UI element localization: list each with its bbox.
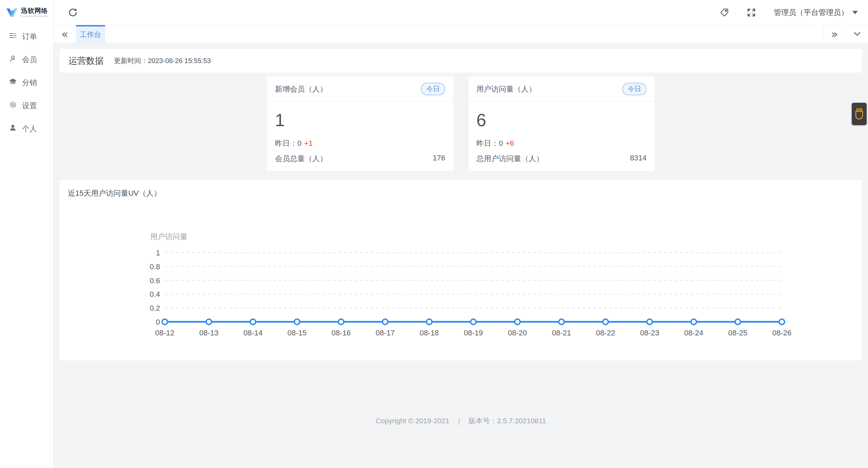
total-label: 会员总量（人） — [275, 154, 327, 164]
svg-text:08-16: 08-16 — [332, 329, 351, 337]
distribution-icon — [9, 78, 17, 88]
svg-text:0: 0 — [156, 318, 160, 326]
card-user-visits: 用户访问量（人） 今日 6 昨日：0+6 总用户访问量（人） 8314 — [468, 76, 655, 172]
svg-text:08-14: 08-14 — [243, 329, 262, 337]
top-header: 管理员（平台管理员） — [54, 0, 868, 25]
footer-copyright: Copyright © 2019-2021 — [376, 417, 449, 425]
profile-icon — [9, 124, 17, 134]
card-value: 1 — [275, 110, 445, 130]
svg-text:08-15: 08-15 — [288, 329, 307, 337]
sidebar-item-label: 订单 — [22, 32, 37, 42]
card-yesterday: 昨日：0+1 — [275, 138, 445, 149]
overview-title: 运营数据 — [68, 55, 104, 67]
uv-line-chart: 用户访问量00.20.40.60.8108-1208-1308-1408-150… — [68, 211, 861, 360]
logo-title: 迅软网络 — [21, 7, 48, 14]
yesterday-delta: +6 — [506, 139, 514, 148]
refresh-icon[interactable] — [68, 7, 78, 18]
tab-label: 工作台 — [80, 30, 101, 39]
sidebar-item-members[interactable]: 会员 — [0, 48, 53, 71]
footer-divider: ｜ — [455, 417, 462, 425]
card-total-row: 总用户访问量（人） 8314 — [476, 154, 647, 164]
sidebar-item-profile[interactable]: 个人 — [0, 117, 53, 140]
sidebar-item-label: 个人 — [22, 124, 37, 134]
order-icon — [9, 32, 17, 42]
chart-title: 近15天用户访问量UV（人） — [68, 188, 862, 198]
total-value: 176 — [433, 154, 445, 164]
total-label: 总用户访问量（人） — [476, 154, 544, 164]
member-icon — [9, 55, 17, 65]
tab-bar: « 工作台 » — [54, 25, 868, 43]
svg-text:08-19: 08-19 — [464, 329, 483, 337]
sidebar-item-label: 分销 — [22, 78, 37, 88]
card-yesterday: 昨日：0+6 — [476, 138, 647, 149]
yesterday-label: 昨日： — [476, 139, 499, 148]
logo-x-icon — [5, 6, 19, 19]
yesterday-label: 昨日： — [275, 139, 297, 148]
svg-text:0.6: 0.6 — [150, 276, 160, 285]
svg-text:08-22: 08-22 — [596, 329, 615, 337]
sidebar-nav: 订单 会员 分销 — [0, 25, 53, 140]
stat-cards-row: 新增会员（人） 今日 1 昨日：0+1 会员总量（人） 176 用户访问量（人）… — [54, 76, 868, 172]
tabbar-spacer — [105, 25, 823, 43]
svg-text:08-13: 08-13 — [199, 329, 218, 337]
footer: Copyright © 2019-2021 ｜ 版本号：2.5.7.202108… — [54, 416, 868, 426]
svg-text:08-21: 08-21 — [552, 329, 571, 337]
svg-text:1: 1 — [156, 249, 160, 257]
tabs-menu-button[interactable] — [846, 25, 868, 43]
fullscreen-icon[interactable] — [747, 8, 756, 17]
chevron-down-icon — [853, 30, 862, 38]
logo-subtitle: XunruanNetwork — [21, 15, 48, 18]
svg-text:0.8: 0.8 — [150, 262, 160, 271]
floating-tool-button[interactable] — [852, 103, 867, 125]
svg-text:08-12: 08-12 — [155, 329, 174, 337]
svg-text:08-24: 08-24 — [684, 329, 703, 337]
yesterday-value: 0 — [499, 139, 503, 148]
sidebar-item-settings[interactable]: 设置 — [0, 94, 53, 117]
card-new-members: 新增会员（人） 今日 1 昨日：0+1 会员总量（人） 176 — [267, 76, 454, 172]
sidebar: 迅软网络 XunruanNetwork 订单 会员 — [0, 0, 54, 468]
total-value: 8314 — [630, 154, 647, 164]
today-badge[interactable]: 今日 — [421, 83, 445, 95]
double-chevron-right-icon: » — [831, 28, 838, 40]
svg-text:08-26: 08-26 — [772, 329, 791, 337]
card-total-row: 会员总量（人） 176 — [275, 154, 445, 164]
user-name: 管理员（平台管理员） — [774, 7, 848, 18]
yesterday-value: 0 — [297, 139, 301, 148]
tabs-scroll-right-button[interactable]: » — [823, 25, 846, 43]
footer-version: 版本号：2.5.7.20210811 — [469, 417, 546, 425]
svg-text:0.4: 0.4 — [150, 290, 160, 298]
uv-chart-panel: 近15天用户访问量UV（人） 用户访问量00.20.40.60.8108-120… — [60, 180, 862, 360]
today-badge[interactable]: 今日 — [622, 83, 647, 95]
main-content: 运营数据 更新时间：2023-08-26 15:55:53 新增会员（人） 今日… — [54, 43, 868, 468]
tab-workbench[interactable]: 工作台 — [76, 25, 105, 43]
overview-panel: 运营数据 更新时间：2023-08-26 15:55:53 — [60, 49, 862, 73]
svg-text:08-23: 08-23 — [640, 329, 659, 337]
svg-text:08-18: 08-18 — [420, 329, 439, 337]
yesterday-delta: +1 — [304, 139, 313, 148]
svg-text:08-25: 08-25 — [728, 329, 747, 337]
card-value: 6 — [476, 110, 647, 130]
svg-text:用户访问量: 用户访问量 — [150, 232, 188, 241]
sidebar-item-distribution[interactable]: 分销 — [0, 71, 53, 94]
app-logo: 迅软网络 XunruanNetwork — [0, 0, 53, 25]
tag-icon[interactable] — [719, 8, 729, 17]
card-title: 新增会员（人） — [275, 84, 327, 94]
card-title: 用户访问量（人） — [476, 84, 536, 94]
sidebar-item-label: 设置 — [22, 101, 37, 111]
overview-update-time: 更新时间：2023-08-26 15:55:53 — [114, 56, 211, 65]
sidebar-item-orders[interactable]: 订单 — [0, 25, 53, 48]
usb-drive-icon — [854, 107, 864, 121]
sidebar-item-label: 会员 — [22, 55, 37, 65]
tabs-scroll-left-button[interactable]: « — [54, 25, 76, 43]
chevron-down-icon — [852, 11, 858, 14]
user-menu[interactable]: 管理员（平台管理员） — [774, 7, 858, 18]
gear-icon — [9, 101, 17, 111]
svg-text:08-17: 08-17 — [376, 329, 395, 337]
double-chevron-left-icon: « — [61, 28, 68, 40]
svg-text:0.2: 0.2 — [150, 304, 160, 312]
svg-text:08-20: 08-20 — [508, 329, 527, 337]
